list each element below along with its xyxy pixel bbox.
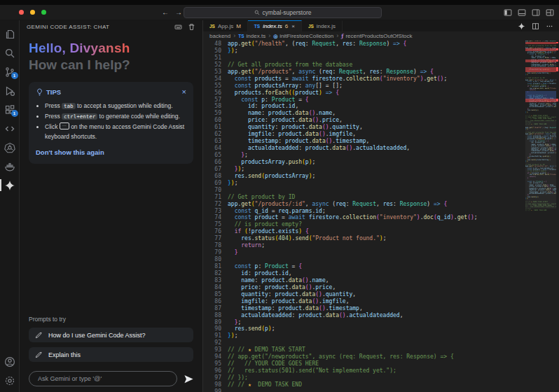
code-line[interactable]: 83 name: product.data().name, [203,277,525,284]
gemini-button[interactable] [0,176,20,195]
code-line[interactable]: 91}); [203,332,525,340]
code-line[interactable]: 52// Get all products from the database [203,62,525,69]
nav-back-button[interactable]: ← [162,8,169,16]
run-debug-button[interactable] [0,81,20,100]
breadcrumb-item[interactable]: ƒrecentProductsOutOfStock [341,33,412,39]
minimap-viewport[interactable] [525,120,556,209]
code-line[interactable]: 98// // ★ DEMO TASK END [203,382,525,388]
layout-sidebar-left-icon[interactable] [504,8,512,17]
code-line[interactable]: 73 const q_id = req.params.id; [203,208,525,215]
search-button[interactable] [0,43,20,62]
tab-index.js[interactable]: JSindex.js [302,20,343,31]
code-text: } [228,249,237,256]
code-line[interactable]: 97// }); [203,374,525,382]
code-line[interactable]: 99 [203,388,525,392]
code-line[interactable]: 65 }; [203,152,525,159]
code-line[interactable]: 92 [203,340,525,346]
code-line[interactable]: 58 id: product.id, [203,103,525,110]
search-icon [254,10,260,15]
code-editor[interactable]: 48app.get("/health", (req: Request, res:… [203,41,559,392]
chat-input[interactable] [36,374,170,383]
code-line[interactable]: 95// // YOUR CODE GOES HERE [203,360,525,368]
code-line[interactable]: 67 }); [203,166,525,173]
code-line[interactable]: 76 if (!product.exists) { [203,228,525,235]
code-line[interactable]: 51 [203,55,525,62]
code-line[interactable]: 56 products.forEach((product) => { [203,90,525,97]
breadcrumb-item[interactable]: ◎initFirestoreCollection [273,33,333,39]
code-line[interactable]: 90 res.send(p); [203,326,525,332]
code-line[interactable]: 81 const p: Product = { [203,263,525,270]
line-number: 79 [203,249,221,256]
nav-forward-button[interactable]: → [175,8,182,16]
layout-panel-icon[interactable] [518,8,526,17]
code-line[interactable]: 75 // is product empty? [203,221,525,228]
settings-gear-button[interactable] [0,371,20,390]
code-line[interactable]: 94// app.get("/newproducts", async (req:… [203,354,525,360]
code-line[interactable]: 50}); [203,48,525,55]
code-line[interactable]: 55 const productsArray: any[] = []; [203,83,525,90]
command-center-search[interactable]: cymbal-superstore [184,7,382,18]
code-line[interactable]: 78 return; [203,242,525,249]
split-editor-icon[interactable] [532,22,539,30]
sparkle-icon[interactable] [518,22,525,30]
send-icon[interactable] [184,374,194,384]
code-line[interactable]: 64 actualdateadded: product.data().actua… [203,145,525,152]
code-line[interactable]: 60 price: product.data().price, [203,117,525,124]
layout-customize-icon[interactable] [546,8,554,17]
code-line[interactable]: 85 quantity: product.data().quantity, [203,291,525,298]
code-line[interactable]: 68 res.send(productsArray); [203,173,525,180]
breadcrumb-item[interactable]: backend [209,33,230,39]
close-tab-icon[interactable]: × [291,23,295,29]
code-line[interactable]: 62 imgfile: product.data().imgfile, [203,131,525,138]
prompt-chip[interactable]: How do I use Gemini Code Assist? [29,328,193,342]
explorer-button[interactable] [0,24,20,43]
code-line[interactable]: 70 [203,187,525,194]
code-line[interactable]: 87 timestamp: product.data().timestamp, [203,305,525,312]
source-control-button[interactable]: 1 [0,62,20,81]
more-actions-icon[interactable] [546,22,553,30]
code-line[interactable]: 53app.get("/products", async (req: Reque… [203,69,525,76]
code-line[interactable]: 80 [203,256,525,263]
prompt-chip[interactable]: Explain this [29,347,193,362]
zoom-window-button[interactable] [41,10,46,15]
code-line[interactable]: 96// res.status(501).send("Not implement… [203,368,525,374]
extensions-button[interactable]: 1 [0,100,20,119]
code-line[interactable]: 72app.get("/products/:id", async (req: R… [203,201,525,208]
code-line[interactable]: 74 const product = await firestore.colle… [203,214,525,221]
minimap[interactable]: app.get("/health", (req: Request, res: R… [525,41,556,392]
code-line[interactable]: 93// // ★ DEMO TASK START [203,346,525,354]
breadcrumb-item[interactable]: TSindex.ts [238,33,265,39]
code-line[interactable]: 88 actualdateadded: product.data().actua… [203,312,525,319]
code-line[interactable]: 89 }; [203,319,525,326]
layout-sidebar-right-icon[interactable] [532,8,540,17]
code-line[interactable]: 86 imgfile: product.data().imgfile, [203,298,525,305]
keyboard-icon[interactable] [174,23,182,31]
code-line[interactable]: 79 } [203,249,525,256]
titlebar: ← → cymbal-superstore [0,5,559,20]
close-window-button[interactable] [19,10,24,15]
minimize-window-button[interactable] [30,10,35,15]
dismiss-tips-link[interactable]: Don't show this again [36,148,186,156]
code-line[interactable]: 59 name: product.data().name, [203,110,525,117]
code-line[interactable]: 77 res.status(404).send("Product not fou… [203,235,525,242]
tips-title: TIPS [46,88,61,96]
docker-button[interactable] [0,157,20,176]
code-line[interactable]: 66 productsArray.push(p); [203,159,525,166]
code-line[interactable]: 82 id: product.id, [203,270,525,277]
code-line[interactable]: 57 const p: Product = { [203,97,525,104]
kubernetes-button[interactable] [0,138,20,157]
tab-index.ts[interactable]: TSindex.ts6× [248,20,302,31]
code-line[interactable]: 61 quantity: product.data().quantity, [203,124,525,131]
code-line[interactable]: 54 const products = await firestore.coll… [203,76,525,83]
account-button[interactable] [0,352,20,371]
code-line[interactable]: 71// Get product by ID [203,194,525,201]
code-line[interactable]: 69}); [203,180,525,187]
trash-icon[interactable] [188,23,195,31]
tips-close-icon[interactable]: × [182,88,186,96]
code-line[interactable]: 63 timestamp: product.data().timestamp, [203,138,525,145]
chat-input-box[interactable] [29,371,177,386]
code-line[interactable]: 48app.get("/health", (req: Request, res:… [203,41,525,48]
code-tags-button[interactable] [0,119,20,138]
tab-App.js[interactable]: JSApp.jsM [203,20,248,31]
code-line[interactable]: 84 price: product.data().price, [203,284,525,291]
